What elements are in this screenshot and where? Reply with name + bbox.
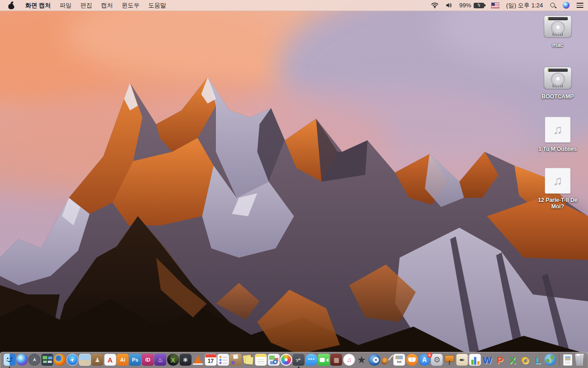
- blue-disc-app-icon: [368, 354, 380, 366]
- adobe-photoshop-icon: [129, 354, 141, 366]
- dock-item-indesign[interactable]: [142, 354, 154, 366]
- garageband-guitar-icon: [381, 354, 393, 366]
- siri-icon: [16, 354, 28, 366]
- dock-item-reminders[interactable]: [217, 354, 229, 366]
- menubar-menu-capture[interactable]: 캡처: [101, 1, 113, 10]
- dock-item-docfile[interactable]: [562, 354, 574, 366]
- safari-compass-icon: [66, 354, 78, 366]
- volume-icon[interactable]: [446, 2, 452, 8]
- dock-item-notes[interactable]: [255, 354, 267, 366]
- dock-item-pages[interactable]: [456, 354, 468, 366]
- wifi-icon[interactable]: [431, 2, 439, 8]
- dock-item-safari[interactable]: [66, 354, 78, 366]
- dock-item-dvd[interactable]: [368, 354, 380, 366]
- desktop-icon-mac[interactable]: mac: [532, 15, 583, 49]
- hard-drive-icon: [544, 67, 571, 89]
- dock-item-vlc[interactable]: [192, 354, 204, 366]
- dock-item-stuffit[interactable]: [230, 354, 242, 366]
- music-note-file-icon: ♫: [545, 117, 571, 143]
- menubar-clock[interactable]: (일) 오후 1:24: [506, 1, 543, 10]
- dock-item-finder[interactable]: [4, 354, 16, 366]
- menubar-menu-file[interactable]: 파일: [60, 1, 72, 10]
- dock-item-keynote[interactable]: [444, 354, 456, 366]
- battery-percent-label: 99%: [459, 2, 471, 9]
- dock-item-excel[interactable]: [507, 354, 519, 366]
- siri-icon[interactable]: [563, 2, 570, 9]
- dock-item-xee[interactable]: [167, 354, 179, 366]
- dock-item-powerpoint[interactable]: [494, 354, 506, 366]
- dock-item-facetime[interactable]: [318, 354, 330, 366]
- preview-photo-icon: [79, 354, 91, 366]
- dock-item-photos[interactable]: [280, 354, 292, 366]
- facetime-video-camera-icon: [318, 354, 330, 366]
- dock-item-siri[interactable]: [16, 354, 28, 366]
- dock: 4: [0, 352, 588, 368]
- desktop-icon-bootcamp[interactable]: BOOTCAMP: [532, 67, 583, 100]
- dock-item-imovie[interactable]: [356, 354, 368, 366]
- dock-item-firefox[interactable]: [54, 354, 66, 366]
- dock-item-garage[interactable]: [381, 354, 393, 366]
- running-indicator-dot: [298, 367, 300, 368]
- menubar-menu-help[interactable]: 도움말: [148, 1, 166, 10]
- dock-item-trash[interactable]: [574, 354, 584, 366]
- dock-divider[interactable]: [559, 353, 559, 366]
- app-menu-title[interactable]: 화면 캡처: [25, 1, 51, 10]
- menubar-menu-edit[interactable]: 편집: [80, 1, 92, 10]
- vlc-traffic-cone-icon: [192, 354, 204, 366]
- battery-indicator[interactable]: 99% ϟ: [459, 2, 484, 9]
- dock-item-lync[interactable]: [531, 354, 543, 366]
- app-store-update-badge: 4: [427, 352, 432, 358]
- stuffit-expander-box-icon: [230, 354, 242, 366]
- hard-drive-icon: [544, 15, 571, 37]
- dock-item-itunes[interactable]: [343, 354, 355, 366]
- dock-item-calendar[interactable]: [205, 354, 217, 366]
- dock-item-launchpad[interactable]: [28, 354, 40, 366]
- apple-menu-icon[interactable]: [8, 2, 15, 9]
- itunes-music-note-icon: [343, 354, 355, 366]
- dock-item-acrobat[interactable]: [104, 354, 116, 366]
- dock-item-appstore[interactable]: 4: [418, 354, 430, 366]
- desktop-icon-audio2[interactable]: ♫12 Parle-T-Il De Moi?: [532, 168, 583, 210]
- dock-item-contacts[interactable]: [91, 354, 103, 366]
- calendar-icon: [205, 354, 217, 366]
- menubar-menu-window[interactable]: 윈도우: [122, 1, 140, 10]
- photo-booth-icon: [330, 354, 342, 366]
- dock-item-numbers[interactable]: [469, 354, 481, 366]
- desktop-icon-label: 12 Parle-T-Il De Moi?: [532, 197, 583, 210]
- dock-item-maps[interactable]: [267, 354, 279, 366]
- green-x-image-viewer-icon: [167, 354, 179, 366]
- dock-item-grab[interactable]: [293, 354, 305, 366]
- dock-item-illustrator[interactable]: [117, 354, 129, 366]
- system-preferences-gear-icon: [431, 354, 443, 366]
- dock-item-stickies[interactable]: [243, 354, 254, 366]
- document-file-icon: [563, 354, 572, 366]
- desktop-icon-label: BOOTCAMP: [542, 94, 574, 100]
- desktop-icon-label: 1 Tu M'Oublies: [538, 146, 577, 153]
- spotlight-search-icon[interactable]: [550, 2, 556, 9]
- desktop[interactable]: 화면 캡처 파일편집캡처윈도우도움말 99%: [0, 0, 588, 368]
- ms-excel-x-icon: [507, 354, 519, 366]
- dock-item-preview[interactable]: [79, 354, 91, 366]
- desktop-icon-audio1[interactable]: ♫1 Tu M'Oublies: [532, 117, 583, 153]
- adobe-indesign-icon: [142, 354, 154, 366]
- dock-item-mission-control[interactable]: [41, 354, 53, 366]
- trash-full-icon: [574, 354, 584, 366]
- dock-item-textdocs[interactable]: [393, 354, 405, 366]
- dock-item-word[interactable]: [481, 354, 493, 366]
- dock-item-photoshop[interactable]: [129, 354, 141, 366]
- adobe-acrobat-icon: [104, 354, 116, 366]
- battery-charging-icon: ϟ: [474, 3, 484, 8]
- dock-item-ibooks[interactable]: [406, 354, 418, 366]
- dock-item-outlook[interactable]: [519, 354, 531, 366]
- finder-icon: [4, 354, 16, 366]
- dock-item-sysprefs[interactable]: [431, 354, 443, 366]
- notification-center-icon[interactable]: [577, 3, 583, 7]
- dock-item-msglobe[interactable]: [544, 354, 556, 366]
- keynote-lectern-icon: [444, 354, 456, 366]
- input-source-us-flag-icon[interactable]: [491, 2, 499, 8]
- dock-item-messages[interactable]: [305, 354, 317, 366]
- dock-item-booth[interactable]: [330, 354, 342, 366]
- dock-item-disktool[interactable]: [180, 354, 192, 366]
- mission-control-windows-icon: [41, 354, 53, 366]
- dock-item-toast[interactable]: [154, 354, 166, 366]
